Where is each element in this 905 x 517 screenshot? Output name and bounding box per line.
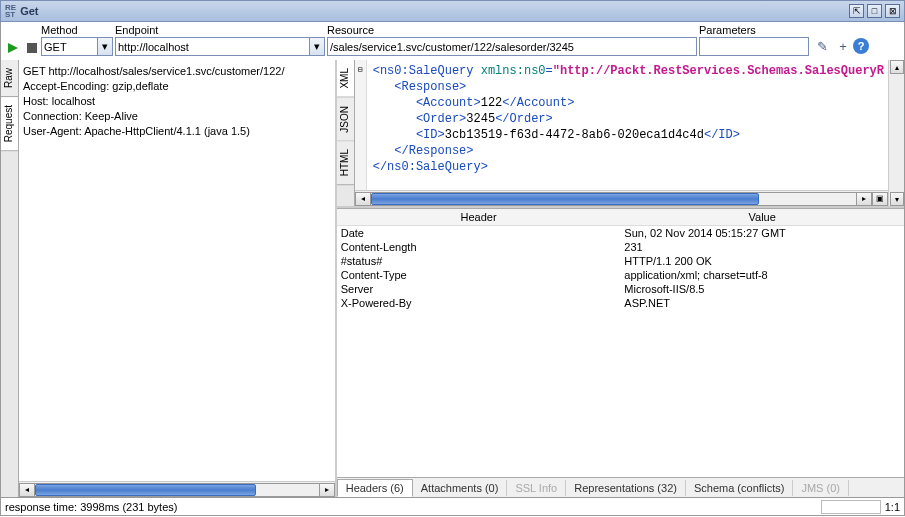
xml-tag: </Response> <box>394 144 473 158</box>
tab-request[interactable]: Request <box>1 97 18 151</box>
request-panel: Raw Request GET http://localhost/sales/s… <box>1 60 337 497</box>
scroll-left-button[interactable]: ◂ <box>19 483 35 497</box>
vertical-scrollbar[interactable]: ▴ ▾ <box>888 60 904 206</box>
xml-tag: <Account> <box>416 96 481 110</box>
response-inspector-tabs: Headers (6)Attachments (0)SSL InfoRepres… <box>337 477 904 497</box>
xml-tag: <ID> <box>416 128 445 142</box>
parameters-input[interactable] <box>699 37 809 56</box>
title-bar: REST Get ⇱ □ ⊠ <box>0 0 905 22</box>
header-name-cell: Server <box>337 282 621 296</box>
xml-response-view[interactable]: ⊟ <ns0:SaleQuery xmlns:ns0="http://Packt… <box>355 60 888 190</box>
header-name-cell: Content-Length <box>337 240 621 254</box>
header-value-cell: HTTP/1.1 200 OK <box>620 254 904 268</box>
toolbar: Method GET ▾ Endpoint http://localhost ▾… <box>0 22 905 60</box>
request-line: Connection: Keep-Alive <box>23 109 331 124</box>
header-value-cell: application/xml; charset=utf-8 <box>620 268 904 282</box>
status-bar: response time: 3998ms (231 bytes) 1:1 <box>0 498 905 516</box>
header-value-cell: 231 <box>620 240 904 254</box>
scroll-track[interactable] <box>35 483 319 497</box>
header-value-cell: Microsoft-IIS/8.5 <box>620 282 904 296</box>
rest-icon: REST <box>5 4 16 18</box>
endpoint-combo[interactable]: http://localhost ▾ <box>115 37 325 56</box>
request-line: User-Agent: Apache-HttpClient/4.1.1 (jav… <box>23 124 331 139</box>
header-name-cell: #status# <box>337 254 621 268</box>
stop-button[interactable] <box>27 43 37 53</box>
scroll-track[interactable] <box>371 192 856 206</box>
endpoint-label: Endpoint <box>115 24 325 36</box>
left-vertical-tabs: Raw Request <box>1 60 19 497</box>
table-row[interactable]: DateSun, 02 Nov 2014 05:15:27 GMT <box>337 226 904 240</box>
request-line: Host: localhost <box>23 94 331 109</box>
xml-attr: xmlns:ns0 <box>481 64 546 78</box>
inspector-tab: SSL Info <box>507 480 566 496</box>
right-vertical-tabs: XML JSON HTML <box>337 60 355 206</box>
chevron-down-icon[interactable]: ▾ <box>309 38 324 55</box>
xml-attr-value: "http://Packt.RestServices.Schemas.Sales… <box>553 64 884 78</box>
endpoint-value: http://localhost <box>118 41 189 53</box>
header-name-cell: Content-Type <box>337 268 621 282</box>
tab-raw[interactable]: Raw <box>1 60 18 97</box>
inspector-tab[interactable]: Representations (32) <box>566 480 686 496</box>
request-raw-view[interactable]: GET http://localhost/sales/service1.svc/… <box>19 60 335 481</box>
tab-xml[interactable]: XML <box>337 60 354 98</box>
column-header-name[interactable]: Header <box>337 209 621 226</box>
scroll-right-button[interactable]: ▸ <box>319 483 335 497</box>
scroll-left-button[interactable]: ◂ <box>355 192 371 206</box>
method-combo[interactable]: GET ▾ <box>41 37 113 56</box>
horizontal-scrollbar[interactable]: ◂ ▸ ▣ <box>355 190 888 206</box>
maximize-button[interactable]: □ <box>867 4 882 18</box>
request-line: Accept-Encoding: gzip,deflate <box>23 79 331 94</box>
add-icon[interactable]: + <box>835 38 851 54</box>
wand-icon[interactable]: ✎ <box>814 38 830 54</box>
header-name-cell: X-Powered-By <box>337 296 621 310</box>
request-line: GET http://localhost/sales/service1.svc/… <box>23 64 331 79</box>
table-row[interactable]: #status#HTTP/1.1 200 OK <box>337 254 904 268</box>
header-name-cell: Date <box>337 226 621 240</box>
xml-tag: <ns0:SaleQuery <box>373 64 481 78</box>
response-body-area: XML JSON HTML ⊟ <ns0:SaleQuery xmlns:ns0… <box>337 60 904 208</box>
run-button[interactable] <box>5 40 21 56</box>
method-label: Method <box>41 24 113 36</box>
help-icon[interactable]: ? <box>853 38 869 54</box>
table-row[interactable]: Content-Length231 <box>337 240 904 254</box>
inspector-tab[interactable]: Headers (6) <box>337 479 413 497</box>
horizontal-scrollbar[interactable]: ◂ ▸ <box>19 481 335 497</box>
xml-tag: <Order> <box>416 112 466 126</box>
cursor-position: 1:1 <box>885 501 900 513</box>
headers-table: Header Value DateSun, 02 Nov 2014 05:15:… <box>337 208 904 477</box>
headers-panel: Header Value DateSun, 02 Nov 2014 05:15:… <box>337 208 904 497</box>
response-time-text: response time: 3998ms (231 bytes) <box>5 501 177 513</box>
inspector-tab[interactable]: Schema (conflicts) <box>686 480 793 496</box>
inspector-tab: JMS (0) <box>793 480 849 496</box>
scroll-right-button[interactable]: ▸ <box>856 192 872 206</box>
resource-input[interactable] <box>327 37 697 56</box>
response-panel: XML JSON HTML ⊟ <ns0:SaleQuery xmlns:ns0… <box>337 60 904 497</box>
window-title: Get <box>20 5 849 17</box>
svg-marker-0 <box>8 43 18 53</box>
xml-tag: </ns0:SaleQuery> <box>373 160 488 174</box>
method-value: GET <box>44 41 67 53</box>
table-row[interactable]: ServerMicrosoft-IIS/8.5 <box>337 282 904 296</box>
tab-json[interactable]: JSON <box>337 98 354 142</box>
xml-tag: <Response> <box>394 80 466 94</box>
scroll-down-button[interactable]: ▾ <box>890 192 904 206</box>
scroll-up-button[interactable]: ▴ <box>890 60 904 74</box>
resource-label: Resource <box>327 24 697 36</box>
table-row[interactable]: X-Powered-ByASP.NET <box>337 296 904 310</box>
header-value-cell: Sun, 02 Nov 2014 05:15:27 GMT <box>620 226 904 240</box>
column-header-value[interactable]: Value <box>620 209 904 226</box>
table-row[interactable]: Content-Typeapplication/xml; charset=utf… <box>337 268 904 282</box>
minimize-button[interactable]: ⇱ <box>849 4 864 18</box>
scroll-corner: ▣ <box>872 192 888 206</box>
header-value-cell: ASP.NET <box>620 296 904 310</box>
fold-gutter[interactable]: ⊟ <box>355 60 367 190</box>
status-box <box>821 500 881 514</box>
tab-html[interactable]: HTML <box>337 141 354 185</box>
chevron-down-icon[interactable]: ▾ <box>97 38 112 55</box>
close-button[interactable]: ⊠ <box>885 4 900 18</box>
inspector-tab[interactable]: Attachments (0) <box>413 480 508 496</box>
main-area: Raw Request GET http://localhost/sales/s… <box>0 60 905 498</box>
parameters-label: Parameters <box>699 24 809 36</box>
